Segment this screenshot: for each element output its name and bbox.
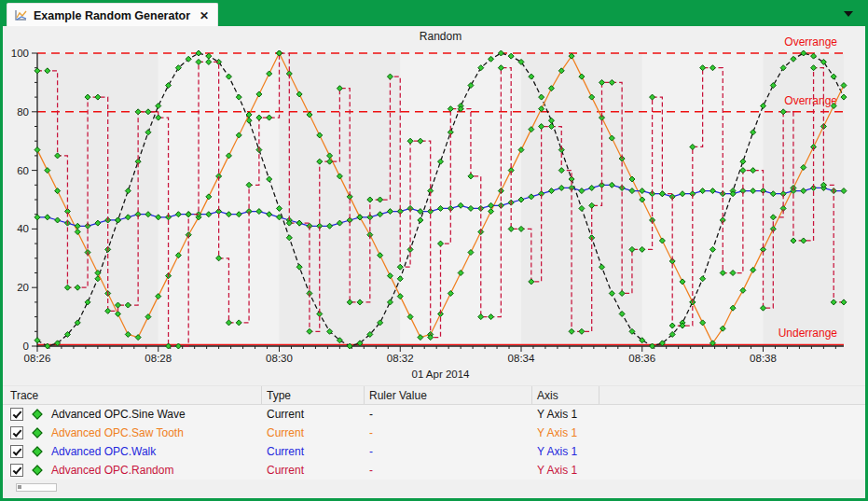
x-tick-label: 08:30 bbox=[266, 353, 293, 364]
trace-name: Advanced OPC.Random bbox=[51, 464, 173, 477]
trace-axis: Y Axis 1 bbox=[532, 408, 599, 421]
trace-visible-checkbox[interactable] bbox=[10, 445, 23, 458]
trace-axis: Y Axis 1 bbox=[532, 445, 599, 458]
tab-bar: Example Random Generator ✕ bbox=[0, 0, 868, 26]
y-tick-label: 20 bbox=[17, 282, 29, 293]
trace-ruler-value: - bbox=[365, 426, 532, 439]
trace-axis: Y Axis 1 bbox=[532, 426, 599, 439]
trace-visible-checkbox[interactable] bbox=[10, 464, 23, 477]
trend-content: RandomOverrangeOverrangeUnderrange020406… bbox=[3, 26, 865, 498]
trace-marker-icon bbox=[32, 409, 42, 419]
trace-type: Current bbox=[262, 426, 365, 439]
trace-table-header: TraceTypeRuler ValueAxis bbox=[3, 385, 865, 405]
trace-name: Advanced OPC.Saw Tooth bbox=[51, 426, 184, 439]
x-tick-label: 08:36 bbox=[628, 353, 655, 364]
trend-chart-canvas[interactable]: RandomOverrangeOverrangeUnderrange020406… bbox=[3, 26, 865, 385]
y-tick-label: 40 bbox=[17, 223, 29, 234]
column-header-axis[interactable]: Axis bbox=[532, 386, 599, 404]
x-tick-label: 08:28 bbox=[145, 353, 172, 364]
trace-name: Advanced OPC.Walk bbox=[51, 445, 156, 458]
plot-band bbox=[400, 53, 521, 346]
y-tick-label: 100 bbox=[11, 48, 29, 59]
trace-row[interactable]: Advanced OPC.Saw ToothCurrent-Y Axis 1 bbox=[3, 424, 865, 442]
trace-cell: Advanced OPC.Sine Wave bbox=[3, 408, 262, 421]
trace-type: Current bbox=[262, 408, 365, 421]
column-header-trace[interactable]: Trace bbox=[3, 386, 262, 404]
y-tick-label: 80 bbox=[17, 106, 29, 118]
table-scrollbar[interactable] bbox=[16, 483, 57, 492]
x-tick-label: 08:34 bbox=[508, 353, 535, 364]
x-tick-label: 08:38 bbox=[750, 353, 777, 364]
limit-label: Underrange bbox=[778, 327, 838, 340]
tab-list-dropdown-icon[interactable] bbox=[844, 11, 853, 17]
trace-cell: Advanced OPC.Saw Tooth bbox=[3, 426, 262, 439]
trace-ruler-value: - bbox=[365, 464, 532, 477]
trace-cell: Advanced OPC.Walk bbox=[3, 445, 262, 458]
x-tick-label: 08:26 bbox=[24, 353, 51, 364]
tab-example-random-generator[interactable]: Example Random Generator ✕ bbox=[7, 3, 218, 27]
trace-table: TraceTypeRuler ValueAxis Advanced OPC.Si… bbox=[3, 385, 865, 492]
trace-row[interactable]: Advanced OPC.WalkCurrent-Y Axis 1 bbox=[3, 442, 865, 461]
trend-chart-icon bbox=[14, 9, 28, 21]
limit-label: Overrange bbox=[784, 35, 837, 49]
column-header-filler bbox=[599, 386, 865, 404]
trace-axis: Y Axis 1 bbox=[532, 464, 599, 477]
tab-title: Example Random Generator bbox=[34, 9, 190, 22]
trace-type: Current bbox=[262, 464, 365, 477]
x-axis-date-label: 01 Apr 2014 bbox=[411, 369, 470, 380]
trace-marker-icon bbox=[32, 427, 42, 438]
x-tick-label: 08:32 bbox=[387, 353, 414, 364]
trace-marker-icon bbox=[32, 446, 42, 456]
trace-row[interactable]: Advanced OPC.RandomCurrent-Y Axis 1 bbox=[3, 461, 865, 480]
trend-viewer-window: Example Random Generator ✕ RandomOverran… bbox=[0, 0, 868, 501]
trace-visible-checkbox[interactable] bbox=[10, 426, 23, 439]
trace-ruler-value: - bbox=[365, 408, 532, 421]
trace-cell: Advanced OPC.Random bbox=[3, 464, 262, 477]
y-tick-label: 0 bbox=[23, 341, 29, 352]
column-header-ruler-value[interactable]: Ruler Value bbox=[365, 386, 532, 404]
trace-table-body: Advanced OPC.Sine WaveCurrent-Y Axis 1Ad… bbox=[3, 405, 865, 480]
trace-type: Current bbox=[262, 445, 365, 458]
trace-row[interactable]: Advanced OPC.Sine WaveCurrent-Y Axis 1 bbox=[3, 405, 865, 424]
trace-visible-checkbox[interactable] bbox=[10, 408, 23, 421]
trace-marker-icon bbox=[32, 465, 42, 475]
chart-title: Random bbox=[420, 30, 462, 43]
column-header-type[interactable]: Type bbox=[262, 386, 365, 404]
trace-name: Advanced OPC.Sine Wave bbox=[51, 408, 186, 421]
trace-ruler-value: - bbox=[365, 445, 532, 458]
limit-label: Overrange bbox=[784, 94, 837, 107]
y-tick-label: 60 bbox=[17, 165, 29, 176]
tab-close-icon[interactable]: ✕ bbox=[200, 9, 209, 22]
